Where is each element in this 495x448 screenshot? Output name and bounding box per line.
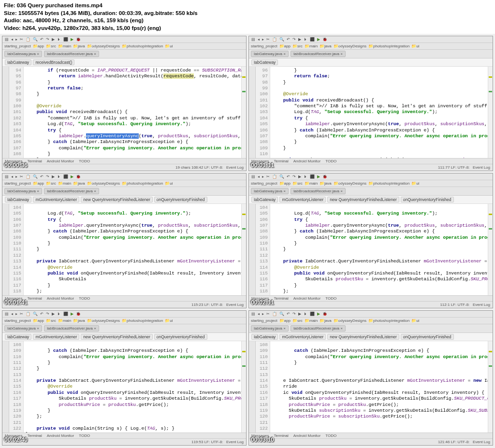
breadcrumb-segment[interactable]: mGotInventoryListener bbox=[279, 334, 326, 340]
tool-window-bar[interactable]: MessagesTerminalAndroid MonitorTODO bbox=[249, 158, 493, 164]
tool-window-bar[interactable]: MessagesTerminalAndroid MonitorTODO bbox=[249, 433, 493, 438]
breadcrumb[interactable]: IabGatewaymGotInventoryListenernew Query… bbox=[249, 196, 493, 204]
toolbar-button[interactable]: ↶ bbox=[40, 37, 44, 42]
editor-tab[interactable]: IabBroadcastReceiver.java × bbox=[44, 188, 99, 194]
code-editor[interactable]: 104 105 106 107 108 109 110 111 112 113 … bbox=[2, 204, 246, 295]
nav-item[interactable]: starting_project bbox=[4, 318, 31, 323]
run-icon[interactable]: ▶ bbox=[317, 174, 320, 179]
breadcrumb-segment[interactable]: receivedBroadcast() bbox=[33, 59, 74, 65]
toolbar-button[interactable]: 🔍 bbox=[279, 37, 285, 42]
tool-window-tab[interactable]: Android Monitor bbox=[47, 296, 74, 301]
toolbar-button[interactable]: ⬛ bbox=[309, 174, 315, 179]
breadcrumb-segment[interactable]: mGotInventoryListener bbox=[33, 334, 79, 340]
toolbar-button[interactable]: ↷ bbox=[45, 174, 50, 179]
editor-tabs[interactable]: IabGateway.java ×IabBroadcastReceiver.ja… bbox=[249, 50, 493, 58]
tool-window-bar[interactable]: MessagesTerminalAndroid MonitorTODO bbox=[2, 158, 246, 164]
editor-tabs[interactable]: IabGateway.java ×IabBroadcastReceiver.ja… bbox=[2, 50, 246, 58]
code-content[interactable]: Log.d(TAG, "Setup successful. Querying i… bbox=[270, 204, 488, 295]
tool-window-bar[interactable]: MessagesTerminalAndroid MonitorTODO bbox=[249, 295, 493, 301]
toolbar-button[interactable]: 📋 bbox=[25, 312, 31, 316]
toolbar-button[interactable]: ▶ bbox=[51, 312, 55, 316]
nav-item[interactable]: 📁photoshopIntegration bbox=[122, 44, 163, 48]
nav-item[interactable]: 📁java bbox=[320, 318, 332, 323]
editor-tab[interactable]: IabGateway.java × bbox=[4, 51, 42, 57]
nav-item[interactable]: starting_project bbox=[251, 181, 277, 186]
breadcrumb-segment[interactable]: onQueryInventoryFinished bbox=[401, 197, 454, 202]
toolbar-button[interactable]: ◂ bbox=[257, 312, 260, 316]
nav-item[interactable]: 📁app bbox=[33, 318, 44, 323]
side-tool-rail[interactable] bbox=[2, 67, 9, 158]
nav-item[interactable]: 📁java bbox=[73, 318, 85, 323]
project-nav[interactable]: starting_project📁app 📁src 📁main 📁java 📁o… bbox=[2, 180, 246, 187]
nav-item[interactable]: 📁ui bbox=[411, 44, 419, 48]
editor-tab[interactable]: IabGateway.java × bbox=[251, 188, 289, 194]
nav-item[interactable]: 📁odysseyDesigns bbox=[87, 318, 120, 323]
breadcrumb-segment[interactable]: mGotInventoryListener bbox=[279, 197, 326, 202]
tool-window-tab[interactable]: TODO bbox=[79, 159, 90, 163]
ide-toolbar[interactable]: ▤◂▸✂📋🔍↶↷▶⏵⬛▶🐞 bbox=[2, 173, 246, 180]
debug-icon[interactable]: 🐞 bbox=[322, 312, 328, 316]
toolbar-button[interactable]: ↶ bbox=[40, 174, 44, 179]
tool-window-tab[interactable]: TODO bbox=[325, 159, 336, 163]
toolbar-button[interactable]: ▶ bbox=[298, 37, 302, 42]
error-stripe[interactable] bbox=[488, 204, 493, 295]
project-nav[interactable]: starting_project📁app 📁src 📁main 📁java 📁o… bbox=[2, 318, 246, 324]
code-content[interactable]: Log.d(TAG, "Setup successful. Querying i… bbox=[24, 204, 241, 295]
breadcrumb-segment[interactable]: onQueryInventoryFinished bbox=[154, 197, 207, 202]
run-icon[interactable]: ▶ bbox=[317, 37, 320, 42]
nav-item[interactable]: 📁java bbox=[73, 44, 85, 48]
error-stripe[interactable] bbox=[488, 67, 493, 158]
toolbar-button[interactable]: 🔍 bbox=[279, 312, 285, 316]
side-tool-rail[interactable] bbox=[249, 204, 256, 295]
nav-item[interactable]: 📁ui bbox=[165, 318, 173, 323]
toolbar-button[interactable]: ▶ bbox=[298, 312, 302, 316]
breadcrumb-segment[interactable]: IabGateway bbox=[251, 197, 278, 202]
editor-tab[interactable]: IabBroadcastReceiver.java × bbox=[291, 325, 346, 332]
toolbar-button[interactable]: ↷ bbox=[45, 312, 50, 316]
ide-toolbar[interactable]: ▤◂▸✂📋🔍↶↷▶⏵⬛▶🐞 bbox=[249, 311, 493, 318]
toolbar-button[interactable]: ↷ bbox=[45, 37, 50, 42]
breadcrumb[interactable]: IabGatewaymGotInventoryListenernew Query… bbox=[249, 333, 493, 341]
toolbar-button[interactable]: ▶ bbox=[51, 37, 55, 42]
project-nav[interactable]: starting_project📁app 📁src 📁main 📁java 📁o… bbox=[2, 43, 246, 50]
code-editor[interactable]: 96 97 98 99 100 101 102 103 104 105 106 … bbox=[249, 67, 493, 158]
tool-window-tab[interactable]: Android Monitor bbox=[293, 296, 320, 301]
toolbar-button[interactable]: ◂ bbox=[11, 312, 14, 316]
nav-item[interactable]: 📁main bbox=[305, 318, 318, 323]
nav-item[interactable]: 📁main bbox=[58, 181, 71, 186]
code-content[interactable]: if (requestCode = IAP_PRODUCT_REQUEST ||… bbox=[24, 67, 241, 158]
toolbar-button[interactable]: ◂ bbox=[257, 37, 260, 42]
nav-item[interactable]: 📁ui bbox=[411, 181, 419, 186]
toolbar-button[interactable]: ▤ bbox=[4, 174, 9, 179]
toolbar-button[interactable]: ⏵ bbox=[57, 174, 61, 179]
tool-window-tab[interactable]: Terminal bbox=[27, 296, 42, 301]
run-icon[interactable]: ▶ bbox=[317, 312, 320, 316]
tool-window-tab[interactable]: TODO bbox=[79, 434, 90, 438]
nav-item[interactable]: 📁ui bbox=[165, 44, 173, 48]
toolbar-button[interactable]: ↷ bbox=[292, 37, 296, 42]
debug-icon[interactable]: 🐞 bbox=[322, 174, 328, 179]
nav-item[interactable]: 📁photoshopIntegration bbox=[368, 318, 409, 323]
breadcrumb-segment[interactable]: mGotInventoryListener bbox=[33, 197, 79, 202]
nav-item[interactable]: 📁java bbox=[320, 44, 332, 48]
project-nav[interactable]: starting_project📁app 📁src 📁main 📁java 📁o… bbox=[249, 43, 493, 50]
toolbar-button[interactable]: 🔍 bbox=[279, 174, 285, 179]
breadcrumb-segment[interactable]: onQueryInventoryFinished bbox=[154, 334, 207, 340]
nav-item[interactable]: 📁src bbox=[292, 44, 303, 48]
toolbar-button[interactable]: ↷ bbox=[292, 312, 296, 316]
nav-item[interactable]: 📁src bbox=[46, 44, 56, 48]
toolbar-button[interactable]: ▤ bbox=[4, 37, 9, 42]
nav-item[interactable]: 📁java bbox=[320, 181, 332, 186]
ide-toolbar[interactable]: ▤◂▸✂📋🔍↶↷▶⏵⬛▶🐞 bbox=[249, 173, 493, 180]
nav-item[interactable]: 📁src bbox=[46, 181, 56, 186]
nav-item[interactable]: 📁main bbox=[58, 44, 71, 48]
nav-item[interactable]: 📁app bbox=[279, 44, 291, 48]
nav-item[interactable]: 📁photoshopIntegration bbox=[368, 181, 409, 186]
debug-icon[interactable]: 🐞 bbox=[75, 312, 81, 316]
toolbar-button[interactable]: ⬛ bbox=[63, 37, 69, 42]
project-nav[interactable]: starting_project📁app 📁src 📁main 📁java 📁o… bbox=[249, 180, 493, 187]
breadcrumb-segment[interactable]: new QueryInventoryFinishedListener bbox=[81, 334, 152, 340]
nav-item[interactable]: 📁photoshopIntegration bbox=[122, 181, 163, 186]
toolbar-button[interactable]: ↶ bbox=[286, 312, 291, 316]
toolbar-button[interactable]: ⏵ bbox=[57, 37, 61, 42]
